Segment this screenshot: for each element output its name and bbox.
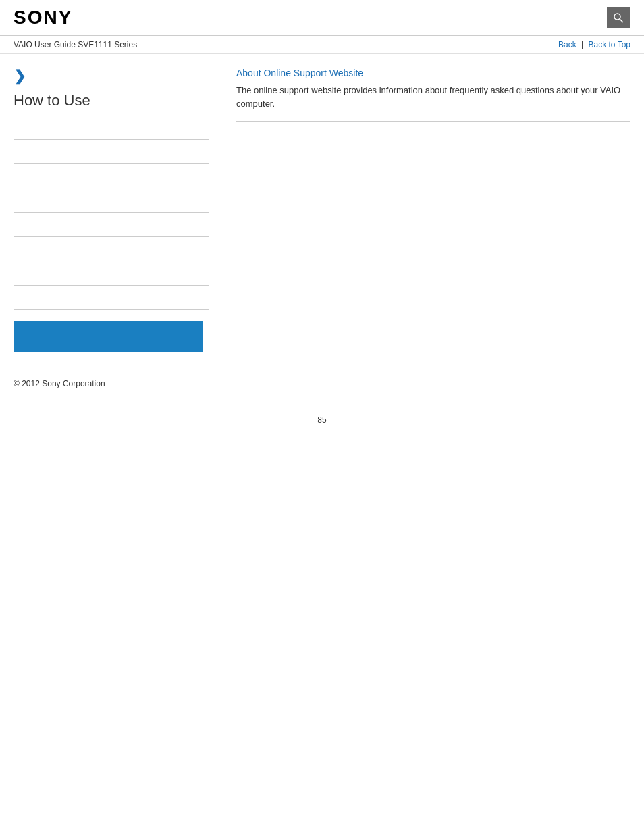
guide-title: VAIO User Guide SVE1111 Series <box>14 40 137 49</box>
svg-line-1 <box>620 19 623 22</box>
sidebar-link-8[interactable] <box>14 292 16 303</box>
content-description: The online support website provides info… <box>236 84 630 122</box>
nav-links: Back | Back to Top <box>558 40 630 49</box>
content-area: About Online Support Website The online … <box>223 68 630 352</box>
back-link[interactable]: Back <box>558 40 576 49</box>
list-item <box>14 261 209 286</box>
sidebar-link-2[interactable] <box>14 147 16 157</box>
list-item <box>14 140 209 164</box>
sidebar-link-7[interactable] <box>14 268 16 278</box>
page-number: 85 <box>0 402 644 438</box>
list-item <box>14 213 209 237</box>
list-item <box>14 164 209 188</box>
main-content: ❯ How to Use About Online Support Websit… <box>0 54 644 365</box>
search-input[interactable] <box>485 7 607 28</box>
sidebar-link-3[interactable] <box>14 171 16 181</box>
content-link-title[interactable]: About Online Support Website <box>236 68 630 78</box>
copyright: © 2012 Sony Corporation <box>14 379 105 388</box>
breadcrumb-bar: VAIO User Guide SVE1111 Series Back | Ba… <box>0 36 644 54</box>
sidebar: ❯ How to Use <box>14 68 223 352</box>
sony-logo: SONY <box>14 7 72 28</box>
footer: © 2012 Sony Corporation <box>0 365 644 402</box>
list-item <box>14 286 209 310</box>
search-icon <box>613 12 624 23</box>
chevron-icon: ❯ <box>14 68 209 85</box>
svg-point-0 <box>614 14 620 20</box>
sidebar-action-button[interactable] <box>14 321 203 352</box>
back-to-top-link[interactable]: Back to Top <box>589 40 630 49</box>
sidebar-link-1[interactable] <box>14 122 16 132</box>
sidebar-links <box>14 115 209 310</box>
list-item <box>14 188 209 213</box>
sidebar-link-5[interactable] <box>14 219 16 230</box>
header: SONY <box>0 0 644 36</box>
nav-separator: | <box>581 40 585 49</box>
sidebar-link-6[interactable] <box>14 244 16 254</box>
search-box <box>485 7 630 28</box>
list-item <box>14 115 209 140</box>
search-button[interactable] <box>607 7 630 28</box>
sidebar-title: How to Use <box>14 92 209 115</box>
list-item <box>14 237 209 261</box>
sidebar-link-4[interactable] <box>14 195 16 205</box>
